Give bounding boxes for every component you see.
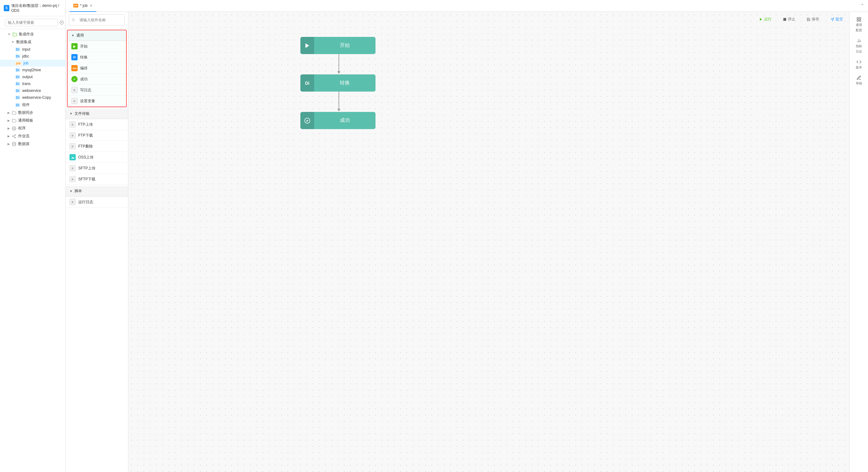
flow-node-di[interactable]: Di 转换 [300,74,375,92]
tab-bar-right: ⌃ [860,3,864,9]
component-item-ftp-upload[interactable]: ≡ FTP上传 [66,119,128,130]
component-item-write-log[interactable]: ≡ 写日志 [68,85,126,96]
sidebar-item-jdbc[interactable]: Di jdbc [0,53,65,60]
general-config-icon [857,17,861,22]
config-item-label: 版本 [856,65,862,70]
sidebar-item-data-sync[interactable]: ▶ 数据同步 [0,109,65,116]
sidebar-item-webservice[interactable]: Di webservice [0,87,65,94]
sidebar-item-workflow[interactable]: ▶ 作业流 [0,132,65,140]
sidebar-item-data-integration[interactable]: ▼ 数据集成 [0,38,65,46]
category-label: 通用 [76,33,84,38]
tab-bar: job * job ✕ ⌃ [66,0,868,12]
component-item-schedule[interactable]: Job 编排 [68,63,126,74]
component-item-label: SFTP上传 [78,166,95,171]
config-item-label: 草稿 [856,81,862,86]
canvas-area[interactable]: 运行 停止 保存 提交 [128,12,849,472]
save-icon [807,18,810,21]
component-item-ftp-delete[interactable]: ≡ FTP删除 [66,141,128,152]
node-label: 转换 [314,80,375,86]
di-icon: Di [71,54,78,60]
stop-button[interactable]: 停止 [780,15,799,24]
log-icon: ≡ [69,199,76,205]
canvas-toolbar: 运行 停止 保存 提交 [756,15,846,24]
start-icon: ▶ [71,43,78,49]
sidebar-item-webservice-copy[interactable]: Di webservice-Copy [0,94,65,101]
version-button[interactable]: 版本 [849,57,868,72]
sidebar-item-mysql2hive[interactable]: Di mysql2hive [0,67,65,73]
svg-line-8 [13,136,15,137]
svg-rect-21 [857,20,859,21]
component-item-run-log[interactable]: ≡ 运行日志 [66,197,128,208]
sidebar-item-label: 通用模板 [18,118,33,123]
svg-point-7 [15,137,16,138]
sidebar-item-input[interactable]: Di input [0,46,65,53]
node-icon: Di [300,74,314,92]
add-button[interactable] [59,20,64,26]
general-config-button[interactable]: 通用 配置 [849,14,868,35]
category-arrow-icon: ▼ [71,34,74,37]
metrics-log-button[interactable]: 指标 日志 [849,36,868,56]
sidebar-search-input[interactable] [5,19,58,26]
arrow-icon: ▶ [7,127,10,130]
draft-icon [857,75,861,80]
submit-icon [831,18,834,21]
config-item-label: 通用 [856,23,862,27]
sidebar-item-integration-job[interactable]: ▼ 集成作业 [0,30,65,38]
category-file-transfer-header[interactable]: ▼ 文件传输 [66,108,128,119]
category-common-header[interactable]: ▼ 通用 [68,30,126,41]
component-item-success[interactable]: ✓ 成功 [68,74,126,85]
var-icon: ≡ [71,98,78,104]
sidebar-header: S 项目名称/数据层：demo-prj / ODS [0,0,65,16]
flow-node-start[interactable]: 开始 [300,37,375,54]
sidebar-item-label: 集成作业 [19,32,34,37]
component-item-oss-upload[interactable]: ☁ OSS上传 [66,152,128,163]
sidebar-item-datasource[interactable]: ▶ 数据源 [0,140,65,148]
sidebar-item-label: 数据源 [18,141,29,146]
component-item-ftp-download[interactable]: ≡ FTP下载 [66,130,128,141]
arrow-icon: ▶ [7,119,10,122]
save-button[interactable]: 保存 [804,15,822,24]
sidebar-item-common-template[interactable]: ▶ 通用模板 [0,116,65,125]
sidebar-item-output[interactable]: Di output [0,73,65,80]
tab-label: * job [80,3,88,8]
sidebar-item-job[interactable]: job job [0,60,65,67]
component-search-bar [66,12,128,28]
di-icon: Di [15,81,20,86]
sidebar-item-trans[interactable]: Di trans [0,80,65,87]
di-icon: Di [15,103,20,107]
tab-close-button[interactable]: ✕ [90,3,93,8]
tab-job[interactable]: job * job ✕ [69,0,96,12]
component-item-transform[interactable]: Di 转换 [68,52,126,63]
sidebar-item-program[interactable]: ▶ 程序 [0,125,65,132]
sidebar-tree: ▼ 集成作业 ▼ 数据集成 Di input Di jdbc job job D… [0,29,65,472]
ftp-icon: ≡ [69,143,76,149]
job-icon: job [15,61,22,65]
component-item-label: 运行日志 [78,199,93,205]
sftp-icon: ≡ [69,165,76,171]
workflow-icon [12,134,16,138]
sidebar-item-label: 程序 [18,126,26,131]
category-arrow-icon: ▼ [69,112,72,115]
draft-button[interactable]: 草稿 [849,73,868,88]
category-script-header[interactable]: ▼ 脚本 [66,186,128,197]
component-item-set-var[interactable]: ≡ 设置变量 [68,96,126,107]
config-item-label2: 配置 [856,28,862,33]
sidebar-item-component[interactable]: Di 组件 [0,101,65,109]
component-item-sftp-upload[interactable]: ≡ SFTP上传 [66,163,128,174]
run-button[interactable]: 运行 [756,15,775,24]
component-item-sftp-download[interactable]: ≡ SFTP下载 [66,174,128,185]
config-item-label2: 日志 [856,49,862,54]
component-item-start[interactable]: ▶ 开始 [68,41,126,52]
di-icon: Di [15,89,20,93]
gear-icon [12,126,16,131]
category-label: 脚本 [74,189,82,194]
sidebar-item-label: 数据同步 [18,110,33,115]
component-search-input[interactable] [77,16,122,24]
app-icon: S [4,5,9,11]
flow-node-success[interactable]: 成功 [300,112,375,129]
collapse-button[interactable]: ⌃ [860,3,864,8]
sftp-icon: ≡ [69,176,76,182]
di-icon: Di [15,75,20,79]
component-item-label: FTP删除 [78,144,93,149]
submit-button[interactable]: 提交 [827,15,846,24]
